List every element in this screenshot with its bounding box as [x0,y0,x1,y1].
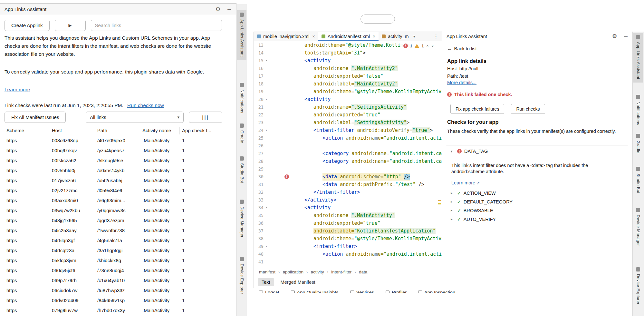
run-checks-now-link[interactable]: Run checks now [127,103,164,108]
editor-tab-mobile_navigation-xml[interactable]: mobile_navigation.xml× [254,32,318,41]
table-row[interactable]: https03axxd3mi0/e6g63mim....MainActivity… [5,195,232,205]
table-row[interactable]: https06dv02o409/84k659v1sp.MainActivity1 [5,295,232,305]
breadcrumb-item-data[interactable]: data [359,270,367,274]
create-applink-button[interactable]: Create Applink [5,20,50,31]
fold-icon[interactable]: ▾ [265,57,267,64]
fold-icon[interactable]: ▾ [265,126,267,134]
table-row[interactable]: https05kfcp3jvm/khidckix8g.MainActivity1 [5,255,232,265]
tool-window-button-profiler[interactable]: Profiler [386,290,407,293]
code-line[interactable]: 18android:label="MainActivity2" [254,80,442,88]
code-line[interactable]: 23android:label="SettingsActivity"> [254,119,442,126]
table-row[interactable]: https04ic253aay/1wwnfbr738.MainActivity1 [5,225,232,235]
code-line[interactable]: 14tools:targetApi="31"> [254,49,442,57]
column-header-path[interactable]: Path [97,128,107,133]
search-input[interactable] [91,20,222,31]
editor-tab-androidmanifest-xml[interactable]: AndroidManifest.xml× [318,32,379,41]
tool-tab-device-manager[interactable]: Device Manager [633,206,643,249]
error-stripe-mark[interactable] [438,200,441,201]
table-row[interactable]: https079g9luv7w/h7bd07ox3y.MainActivity1 [5,305,232,315]
code-line[interactable]: 35android:name=".MainActivity" [254,212,442,219]
table-row[interactable]: https017jwlxzn6/u5t2usab5j.MainActivity1 [5,175,232,185]
inspections-widget[interactable]: ! 1 1 ∧ ∨ [401,42,437,50]
table-row[interactable]: https008c6z68np/407e09q5x0.MainActivity1 [5,135,232,145]
code-line[interactable]: 33</activity> [254,196,442,204]
tool-window-button-app-inspection[interactable]: App Inspection [418,290,455,293]
bottom-tab-merged-manifest[interactable]: Merged Manifest [277,278,319,286]
code-line[interactable]: 21android:name=".SettingsActivity" [254,103,442,111]
code-line[interactable]: 19android:theme="@style/Theme.KotlinEmpt… [254,88,442,95]
table-row[interactable]: https00v5hhld0j/o0xhs14ykb.MainActivity1 [5,165,232,175]
code-line[interactable]: 26 [254,142,442,150]
code-line[interactable]: 34▾<activity [254,204,442,212]
close-icon[interactable]: × [312,34,315,39]
gear-icon[interactable]: ⚙ [612,33,617,40]
code-line[interactable]: 39▾<intent-filter> [254,242,442,250]
next-issue-icon[interactable]: ∨ [431,44,434,48]
check-item-auto_verify[interactable]: ▸✓AUTO_VERIFY [451,215,513,223]
code-line[interactable]: 32</intent-filter> [254,188,442,196]
back-to-list-link[interactable]: ←Back to list [447,46,477,51]
code-line[interactable]: 38android:theme="@style/Theme.KotlinEmpt… [254,235,442,242]
table-row[interactable]: https04rtcqtz3a/3a1hgptqgi.MainActivity1 [5,245,232,255]
prev-issue-icon[interactable]: ∧ [426,44,429,48]
tool-tab-notifications[interactable]: Notifications [633,93,643,128]
code-line[interactable]: 37android:label="KotlinBlankTestApplicat… [254,227,442,235]
code-line[interactable]: 29 [254,165,442,173]
tool-tab-device-explorer[interactable]: Device Explorer [633,265,643,308]
check-item-action_view[interactable]: ▸✓ACTION_VIEW [451,189,513,197]
learn-more-link[interactable]: Learn more [5,87,30,93]
error-count-icon[interactable]: ! [403,44,408,48]
tool-tab-app-links-assistant[interactable]: App Links Assistant [633,33,643,83]
code-line[interactable]: 20▾<activity [254,95,442,103]
more-options-icon[interactable]: ⋮ [434,34,438,39]
table-row[interactable]: https06ciudok7w/tu87hwp33z.MainActivity1 [5,285,232,295]
check-item-default_category[interactable]: ▸✓DEFAULT_CATEGORY [451,197,513,206]
code-line[interactable]: 40<action android:name="android.intent.a… [254,250,442,258]
close-icon[interactable]: × [373,34,375,39]
tool-tab-studio-bot[interactable]: Studio Bot [237,154,246,186]
links-filter-dropdown[interactable]: All links ▾ [86,112,184,123]
table-row[interactable]: https060qv5jct6/73ne8udqj4.MainActivity1 [5,265,232,275]
tool-window-button-logcat[interactable]: Logcat [259,290,279,293]
run-button[interactable]: ▶ [55,20,86,31]
table-row[interactable]: https048jg1x665/qgrt37ezpm.MainActivity1 [5,215,232,225]
warning-count-icon[interactable] [415,44,419,48]
column-header-host[interactable]: Host [52,128,62,133]
column-settings-button[interactable]: ||| [189,112,222,123]
code-line[interactable]: 36android:exported="true" [254,219,442,227]
minimize-icon[interactable]: ─ [624,34,628,39]
check-item-browsable[interactable]: ▸✓BROWSABLE [451,206,513,215]
code-line[interactable]: 31<data android:pathPrefix="/test" /> [254,181,442,188]
breadcrumb-item-manifest[interactable]: manifest [259,270,275,274]
check-learn-more-link[interactable]: Learn more↗ [451,180,480,185]
column-header-app-check-f-[interactable]: App check f... [182,128,211,133]
table-row[interactable]: https04r5lqn3gf/4g5nalc1la.MainActivity1 [5,235,232,245]
breadcrumb-item-activity[interactable]: activity [311,270,324,274]
tool-window-button-app-quality-insights[interactable]: App Quality Insights [291,290,339,293]
tool-tab-device-manager[interactable]: Device Manager [237,197,246,241]
code-line[interactable]: 24▾<intent-filter android:autoVerify="tr… [254,126,442,134]
fix-all-manifest-issues-button[interactable]: Fix All Manifest Issues [5,112,66,123]
table-row[interactable]: https069p7r79rh/c1x64yab10.MainActivity1 [5,275,232,285]
tool-tab-gradle[interactable]: Gradle [633,132,643,157]
bottom-tab-text[interactable]: Text [258,278,274,286]
code-line[interactable]: 15▾<activity [254,57,442,64]
tool-tab-device-explorer[interactable]: Device Explorer [237,255,246,297]
editor-area[interactable]: 13android:theme="@style/Theme.KotlinEmp1… [254,41,442,267]
tool-tab-app-links-assistant[interactable]: App Links Assistant [237,10,246,60]
code-line[interactable]: 25<action android:name="android.intent.a… [254,134,442,142]
hidden-tabs-chevron-icon[interactable]: ▾ [413,34,415,39]
table-row[interactable]: https00tskcza62/5lknugk9se.MainActivity1 [5,155,232,165]
tool-window-button-services[interactable]: Services [350,290,374,293]
error-stripe-mark[interactable] [438,203,441,204]
fold-icon[interactable]: ▾ [265,95,267,103]
check-item-data-tag[interactable]: ▾ ! DATA_TAG [451,149,488,154]
column-header-scheme[interactable]: Scheme [6,128,24,133]
table-row[interactable]: https02jv21zzmc/l059v8t4e9.MainActivity1 [5,185,232,195]
code-line[interactable]: 28<category android:name="android.intent… [254,157,442,165]
fold-icon[interactable]: ▾ [265,242,267,250]
tool-tab-studio-bot[interactable]: Studio Bot [633,164,643,197]
minimize-icon[interactable]: ─ [227,6,231,12]
table-row[interactable]: https00hq9zrkqv/yzu4kpeas7.MainActivity1 [5,145,232,155]
column-header-activity-name[interactable]: Activity name [142,128,171,133]
